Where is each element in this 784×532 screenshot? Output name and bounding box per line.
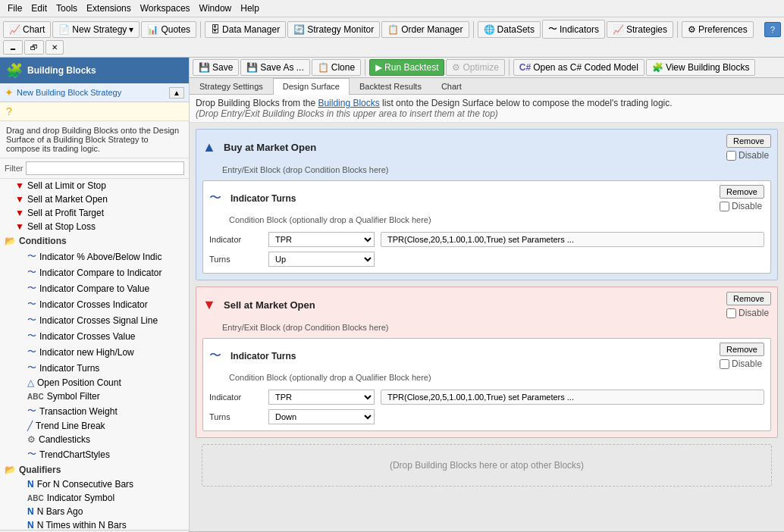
buy-cond-remove-button[interactable]: Remove [720,185,764,199]
tab-chart[interactable]: Chart [431,78,472,94]
quotes-icon: 📊 [147,24,158,35]
tree-item[interactable]: ▼ Sell at Limit or Stop [0,179,189,192]
buy-param-button[interactable]: TPR(Close,20,5,1.00,1.00,True) set Param… [381,232,764,247]
buy-turns-select[interactable]: Up Down [268,252,375,267]
close-button[interactable]: ✕ [45,40,64,55]
n-icon-2: N [27,520,34,530]
new-strategy-button[interactable]: 📄 New Strategy ▾ [52,21,140,38]
indicators-button[interactable]: 〜 Indicators [542,20,605,39]
buy-indicator-select[interactable]: TPR [268,232,375,247]
tree-item[interactable]: 〜 TrendChartStyles [0,446,189,462]
menu-file[interactable]: File [3,2,27,15]
buy-remove-button[interactable]: Remove [726,134,771,148]
preferences-button[interactable]: ⚙ Preferences [682,21,754,38]
help-icon: ? [6,105,12,117]
tree-item[interactable]: 〜 Indicator Compare to Indicator [0,264,189,280]
run-backtest-button[interactable]: ▶ Run Backtest [369,59,444,76]
open-coded-button[interactable]: C# Open as C# Coded Model [513,59,644,76]
cond-8-label: Open Position Count [37,377,121,388]
sell-cond-disable-label: Disable [732,358,762,369]
tree-item[interactable]: 〜 Indicator Crosses Value [0,328,189,344]
minimize-button[interactable]: 🗕 [3,40,23,55]
menu-workspaces[interactable]: Workspaces [136,2,195,15]
data-manager-button[interactable]: 🗄 Data Manager [205,21,286,38]
tree-item[interactable]: 〜 Indicator Crosses Indicator [0,296,189,312]
filter-input[interactable] [26,161,184,175]
menu-help[interactable]: Help [236,2,264,15]
cond-6-label: Indicator new High/Low [39,347,134,358]
folder-qualifiers-icon: 📂 [5,465,16,475]
menu-extensions[interactable]: Extensions [82,2,136,15]
chart-button[interactable]: 📈 Chart [3,21,51,38]
wave-icon-4: 〜 [27,314,36,327]
wave-icon-6: 〜 [27,346,36,358]
tree-item[interactable]: 〜 Indicator Compare to Value [0,280,189,296]
tree-item[interactable]: 〜 Indicator Turns [0,360,189,376]
tree-item[interactable]: ▼ Sell at Stop Loss [0,220,189,233]
second-toolbar-sep [365,59,365,76]
tree-item[interactable]: ▼ Sell at Profit Target [0,206,189,220]
menu-tools[interactable]: Tools [52,2,82,15]
tree-item[interactable]: ╱ Trend Line Break [0,419,189,433]
tree-item[interactable]: N N Times within N Bars [0,518,189,530]
tree-item[interactable]: 〜 Indicator % Above/Below Indic [0,249,189,264]
tree-item[interactable]: 〜 Indicator new High/Low [0,344,189,360]
tree-item[interactable]: ⚙ Candlesticks [0,433,189,446]
help-button[interactable]: ? [764,22,781,37]
sidebar-description: Drag and drop Building Blocks onto the D… [0,121,189,158]
tree-item[interactable]: 〜 Transaction Weight [0,403,189,419]
sell-remove-button[interactable]: Remove [726,292,771,305]
restore-button[interactable]: 🗗 [24,40,44,55]
sell-cond-remove-button[interactable]: Remove [720,343,764,356]
dropdown-icon: ▾ [129,24,133,35]
menu-edit[interactable]: Edit [27,2,52,15]
data-manager-icon: 🗄 [211,24,220,35]
tree-item[interactable]: △ Open Position Count [0,376,189,390]
buy-disable-checkbox[interactable] [726,151,736,161]
sell-turns-select[interactable]: Up Down [268,409,375,424]
order-manager-button[interactable]: 📋 Order Manager [381,21,469,38]
sidebar: 🧩 Building Blocks ✦ New Building Block S… [0,58,190,532]
sell-disable-checkbox[interactable] [726,308,736,318]
buy-cond-disable-checkbox[interactable] [720,202,729,211]
tree-item[interactable]: N For N Consecutive Bars [0,477,189,491]
qual-3-label: N Times within N Bars [37,520,127,530]
optimize-button[interactable]: ⚙ Optimize [446,59,504,76]
clone-icon: 📋 [318,62,329,73]
save-button[interactable]: 💾 Save [193,59,239,76]
tree-item[interactable]: 〜 Indicator Crosses Signal Line [0,312,189,328]
sidebar-title: Building Blocks [27,65,96,76]
quotes-button[interactable]: 📊 Quotes [141,21,196,38]
trend-icon: ╱ [27,421,33,431]
sell-indicator-select[interactable]: TPR [268,390,375,405]
tab-design-surface[interactable]: Design Surface [273,78,350,95]
menu-window[interactable]: Window [195,2,237,15]
tree-item[interactable]: ABC Indicator Symbol [0,491,189,505]
qualifiers-category[interactable]: 📂 Qualifiers [0,462,189,477]
sell-param-button[interactable]: TPR(Close,20,5,1.00,1.00,True) set Param… [381,390,764,405]
clone-button[interactable]: 📋 Clone [312,59,361,76]
sell-turns-row: Turns Up Down [209,409,764,424]
sell-cond-disable-checkbox[interactable] [720,359,729,369]
sell-limit-label: Sell at Limit or Stop [27,180,106,191]
chart-style-icon: 〜 [27,448,36,461]
order-manager-icon: 📋 [387,24,399,35]
strategy-monitor-button[interactable]: 🔄 Strategy Monitor [287,21,380,38]
view-blocks-button[interactable]: 🧩 View Building Blocks [646,59,756,76]
datasets-button[interactable]: 🌐 DataSets [478,21,541,38]
sell-indicator-row: Indicator TPR TPR(Close,20,5,1.00,1.00,T… [209,390,764,405]
tree-item[interactable]: ABC Symbol Filter [0,390,189,403]
tab-backtest-results[interactable]: Backtest Results [350,78,431,94]
n-icon-0: N [27,479,34,490]
collapse-button[interactable]: ▲ [169,87,184,99]
cond-7-label: Indicator Turns [39,363,99,374]
tree-item[interactable]: ▼ Sell at Market Open [0,192,189,206]
tab-strategy-settings[interactable]: Strategy Settings [190,78,273,94]
building-blocks-link[interactable]: Building Blocks [318,98,379,108]
conditions-category[interactable]: 📂 Conditions [0,233,189,249]
strategies-button[interactable]: 📈 Strategies [607,21,673,38]
sell-disable-row: Disable [726,308,769,318]
save-as-button[interactable]: 💾 Save As ... [240,59,309,76]
filter-label: Filter [5,164,23,173]
tree-item[interactable]: N N Bars Ago [0,505,189,518]
